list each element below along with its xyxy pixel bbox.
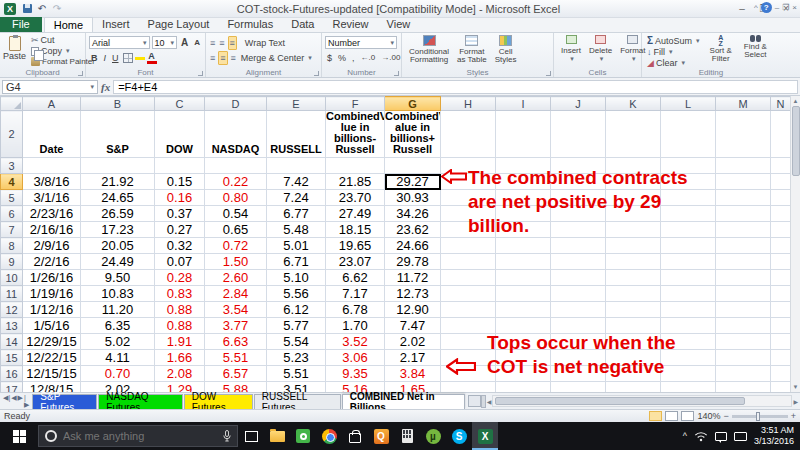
cell-D5[interactable]: 0.80	[205, 190, 267, 206]
cell-empty[interactable]	[551, 238, 606, 254]
cell-empty[interactable]	[496, 238, 551, 254]
cell-empty[interactable]	[441, 238, 496, 254]
cell-G9[interactable]: 29.78	[385, 254, 441, 270]
undo-button[interactable]: ↶	[35, 2, 49, 15]
cell-empty[interactable]	[771, 350, 791, 366]
cell-empty[interactable]	[551, 222, 606, 238]
cell-B12[interactable]: 11.20	[81, 302, 155, 318]
row-header-8[interactable]: 8	[1, 238, 23, 254]
cell-A15[interactable]: 12/22/15	[23, 350, 81, 366]
workbook-restore-icon[interactable]: ❐	[782, 3, 789, 12]
normal-view-button[interactable]	[649, 411, 662, 421]
row-header-17[interactable]: 17	[1, 382, 23, 393]
cell-B10[interactable]: 9.50	[81, 270, 155, 286]
cell-E5[interactable]: 7.24	[267, 190, 326, 206]
cell-C10[interactable]: 0.28	[155, 270, 205, 286]
cell-E9[interactable]: 6.71	[267, 254, 326, 270]
cell-A12[interactable]: 1/12/16	[23, 302, 81, 318]
header-cell-d[interactable]: NASDAQ	[205, 111, 267, 158]
select-all-corner[interactable]	[1, 97, 23, 111]
cell-empty[interactable]	[771, 158, 791, 174]
cell-styles-button[interactable]: Cell Styles	[491, 35, 521, 66]
column-header-A[interactable]: A	[23, 97, 81, 111]
formula-input[interactable]: =F4+E4	[113, 80, 798, 94]
increase-decimal-button[interactable]: ←.0	[359, 53, 378, 62]
row-header-3[interactable]: 3	[1, 158, 23, 174]
first-sheet-icon[interactable]: ◀|	[3, 394, 10, 409]
cell-empty[interactable]	[441, 190, 496, 206]
cell-empty[interactable]	[606, 302, 661, 318]
cell-empty[interactable]	[441, 254, 496, 270]
clipboard-dialog-launcher[interactable]	[78, 71, 83, 76]
ribbon-tab-view[interactable]: View	[378, 17, 420, 32]
cell-empty[interactable]	[771, 382, 791, 393]
header-cell-a[interactable]: Date	[23, 111, 81, 158]
cell-empty[interactable]	[551, 382, 606, 393]
cell-F6[interactable]: 27.49	[326, 206, 385, 222]
ribbon-tab-data[interactable]: Data	[282, 17, 323, 32]
tray-clock[interactable]: 3:51 AM 3/13/2016	[754, 425, 794, 447]
cell-D15[interactable]: 5.51	[205, 350, 267, 366]
name-box-dropdown-icon[interactable]: ▾	[90, 83, 94, 91]
percent-button[interactable]: %	[336, 53, 348, 63]
cell-empty[interactable]	[661, 334, 716, 350]
cell-empty[interactable]	[661, 190, 716, 206]
cell-F7[interactable]: 18.15	[326, 222, 385, 238]
borders-button[interactable]	[123, 53, 133, 63]
cell-empty[interactable]	[661, 286, 716, 302]
page-layout-view-button[interactable]	[665, 411, 678, 421]
cell-empty[interactable]	[716, 222, 771, 238]
cell-empty[interactable]	[661, 350, 716, 366]
header-cell-e[interactable]: RUSSELL	[267, 111, 326, 158]
scroll-left-icon[interactable]: ◀	[487, 396, 492, 406]
cell-A9[interactable]: 2/2/16	[23, 254, 81, 270]
align-right-button[interactable]: ≡	[230, 52, 237, 64]
next-sheet-icon[interactable]: ▶	[18, 394, 23, 409]
cell-G11[interactable]: 12.73	[385, 286, 441, 302]
cell-C13[interactable]: 0.88	[155, 318, 205, 334]
green-recorder-button[interactable]	[290, 422, 316, 450]
scroll-down-icon[interactable]: ▼	[793, 382, 799, 392]
horizontal-scroll-track[interactable]	[492, 395, 792, 407]
cell-empty[interactable]	[551, 366, 606, 382]
paste-button[interactable]: Paste	[3, 35, 26, 66]
cell-G6[interactable]: 34.26	[385, 206, 441, 222]
row-header-15[interactable]: 15	[1, 350, 23, 366]
cell-empty[interactable]	[496, 302, 551, 318]
cell-C14[interactable]: 1.91	[155, 334, 205, 350]
workbook-close-icon[interactable]: ×	[792, 3, 797, 12]
workbook-minimize-icon[interactable]: –	[775, 3, 779, 12]
font-color-button[interactable]: A	[147, 52, 157, 64]
cell-empty[interactable]	[23, 158, 81, 174]
cell-empty[interactable]	[771, 286, 791, 302]
cell-empty[interactable]	[661, 254, 716, 270]
column-header-L[interactable]: L	[661, 97, 716, 111]
cell-empty[interactable]	[716, 334, 771, 350]
cell-E10[interactable]: 5.10	[267, 270, 326, 286]
cell-empty[interactable]	[606, 206, 661, 222]
cell-empty[interactable]	[551, 206, 606, 222]
collapse-ribbon-icon[interactable]: ^	[754, 3, 758, 12]
scroll-up-icon[interactable]: ▲	[793, 96, 799, 106]
cell-C15[interactable]: 1.66	[155, 350, 205, 366]
cell-C5[interactable]: 0.16	[155, 190, 205, 206]
align-top-button[interactable]: ≡	[209, 37, 216, 49]
cell-B15[interactable]: 4.11	[81, 350, 155, 366]
cell-D11[interactable]: 2.84	[205, 286, 267, 302]
column-header-M[interactable]: M	[716, 97, 771, 111]
column-header-E[interactable]: E	[267, 97, 326, 111]
cell-E8[interactable]: 5.01	[267, 238, 326, 254]
cell-empty[interactable]	[606, 174, 661, 190]
cell-G12[interactable]: 12.90	[385, 302, 441, 318]
cell-empty[interactable]	[771, 206, 791, 222]
cell-C12[interactable]: 0.88	[155, 302, 205, 318]
cell-A7[interactable]: 2/16/16	[23, 222, 81, 238]
sheet-tab-russell-futures[interactable]: RUSSELL Futures	[254, 394, 341, 409]
cell-G13[interactable]: 7.47	[385, 318, 441, 334]
cell-empty[interactable]	[205, 158, 267, 174]
cell-B13[interactable]: 6.35	[81, 318, 155, 334]
header-cell-c[interactable]: DOW	[155, 111, 205, 158]
cell-empty[interactable]	[496, 222, 551, 238]
cell-empty[interactable]	[496, 111, 551, 158]
cell-B9[interactable]: 24.49	[81, 254, 155, 270]
